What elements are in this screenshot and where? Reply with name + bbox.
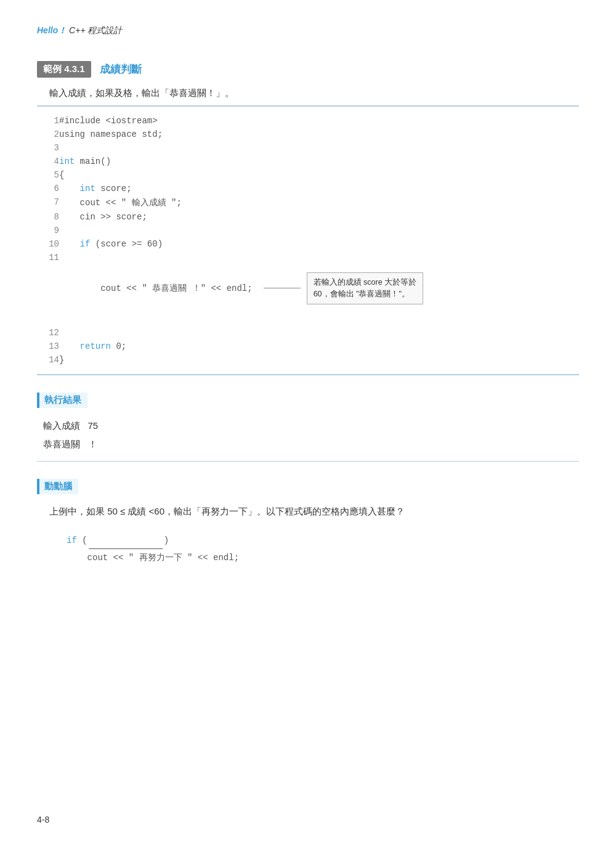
line-number: 7	[37, 195, 59, 210]
table-row: 8 cin >> score;	[37, 210, 579, 224]
line-number: 5	[37, 168, 59, 182]
brain-code: if () cout << " 再努力一下 " << endl;	[67, 532, 579, 566]
table-row: 5 {	[37, 168, 579, 182]
result-label: 執行結果	[37, 393, 87, 408]
example-title-bar: 範例 4.3.1 成績判斷	[37, 61, 579, 78]
table-row: 9	[37, 224, 579, 237]
code-line: return 0;	[59, 340, 579, 353]
line-number: 13	[37, 340, 59, 353]
callout-arrow	[264, 288, 301, 288]
table-row: 10 if (score >= 60)	[37, 237, 579, 251]
code-line: int main()	[59, 155, 579, 168]
line-number: 2	[37, 128, 59, 141]
brain-label: 動動腦	[37, 479, 78, 494]
table-row: 4 int main()	[37, 155, 579, 168]
table-row: 13 return 0;	[37, 340, 579, 353]
keyword-int: int	[80, 184, 95, 193]
line-number: 11	[37, 251, 59, 326]
keyword-if: if	[80, 239, 91, 249]
callout-line2: 60，會輸出 "恭喜過關！"。	[314, 290, 410, 298]
code-line: cin >> score;	[59, 210, 579, 224]
result-divider	[37, 461, 579, 462]
table-row: 14 }	[37, 353, 579, 367]
example-title-text: 成績判斷	[100, 62, 142, 76]
code-line	[59, 224, 579, 237]
line-number: 1	[37, 114, 59, 128]
line-number: 4	[37, 155, 59, 168]
code-line: {	[59, 168, 579, 182]
line-number: 3	[37, 141, 59, 155]
code-line: int score;	[59, 182, 579, 195]
example-label: 範例 4.3.1	[37, 61, 91, 78]
table-row: 6 int score;	[37, 182, 579, 195]
code-table: 1 #include <iostream> 2 using namespace …	[37, 114, 579, 367]
callout-line1: 若輸入的成績 score 大於等於	[314, 278, 417, 287]
line-number: 8	[37, 210, 59, 224]
table-row: 12	[37, 326, 579, 340]
result-line-2: 恭喜過關 ！	[43, 435, 579, 454]
brain-text: 上例中，如果 50 ≤ 成績 <60，輸出「再努力一下」。以下程式碼的空格內應填…	[49, 503, 579, 519]
line-number: 6	[37, 182, 59, 195]
line-number: 10	[37, 237, 59, 251]
table-row: 11 cout << " 恭喜過關 ！" << endl; 若輸入的成績 sco…	[37, 251, 579, 326]
code-line	[59, 141, 579, 155]
line-number: 12	[37, 326, 59, 340]
code-line: if (score >= 60)	[59, 237, 579, 251]
line-number: 14	[37, 353, 59, 367]
table-row: 3	[37, 141, 579, 155]
table-row: 2 using namespace std;	[37, 128, 579, 141]
code-line: cout << " 恭喜過關 ！" << endl; 若輸入的成績 score …	[59, 251, 579, 326]
result-line-1: 輸入成績 75	[43, 417, 579, 435]
code-line: }	[59, 353, 579, 367]
example-section: 範例 4.3.1 成績判斷 輸入成績，如果及格，輸出「恭喜過關！」。 1 #in…	[37, 61, 579, 375]
code-line: #include <iostream>	[59, 114, 579, 128]
result-section: 執行結果 輸入成績 75 恭喜過關 ！	[37, 393, 579, 462]
table-row: 7 cout << " 輸入成績 ";	[37, 195, 579, 210]
brain-if-line: if ()	[67, 532, 579, 549]
example-description: 輸入成績，如果及格，輸出「恭喜過關！」。	[49, 88, 579, 99]
page-header: Hello！ C++ 程式設計	[37, 25, 579, 36]
keyword-if-brain: if	[67, 536, 77, 545]
code-line	[59, 326, 579, 340]
brain-cout-line: cout << " 再努力一下 " << endl;	[67, 549, 579, 566]
brain-section: 動動腦 上例中，如果 50 ≤ 成績 <60，輸出「再努力一下」。以下程式碼的空…	[37, 479, 579, 566]
code-block: 1 #include <iostream> 2 using namespace …	[37, 105, 579, 375]
brand-cpp: C++ 程式設計	[67, 25, 122, 35]
code-line-11-text: cout << " 恭喜過關 ！" << endl;	[59, 283, 253, 294]
keyword-int: int	[59, 157, 75, 166]
callout-wrapper: cout << " 恭喜過關 ！" << endl; 若輸入的成績 score …	[59, 272, 579, 304]
page-number: 4-8	[37, 815, 49, 825]
code-line: using namespace std;	[59, 128, 579, 141]
brand-hello: Hello！	[37, 25, 67, 35]
code-line: cout << " 輸入成績 ";	[59, 195, 579, 210]
line-number: 9	[37, 224, 59, 237]
table-row: 1 #include <iostream>	[37, 114, 579, 128]
keyword-return: return	[80, 341, 111, 351]
result-content: 輸入成績 75 恭喜過關 ！	[43, 417, 579, 454]
callout-box: 若輸入的成績 score 大於等於 60，會輸出 "恭喜過關！"。	[307, 272, 424, 304]
